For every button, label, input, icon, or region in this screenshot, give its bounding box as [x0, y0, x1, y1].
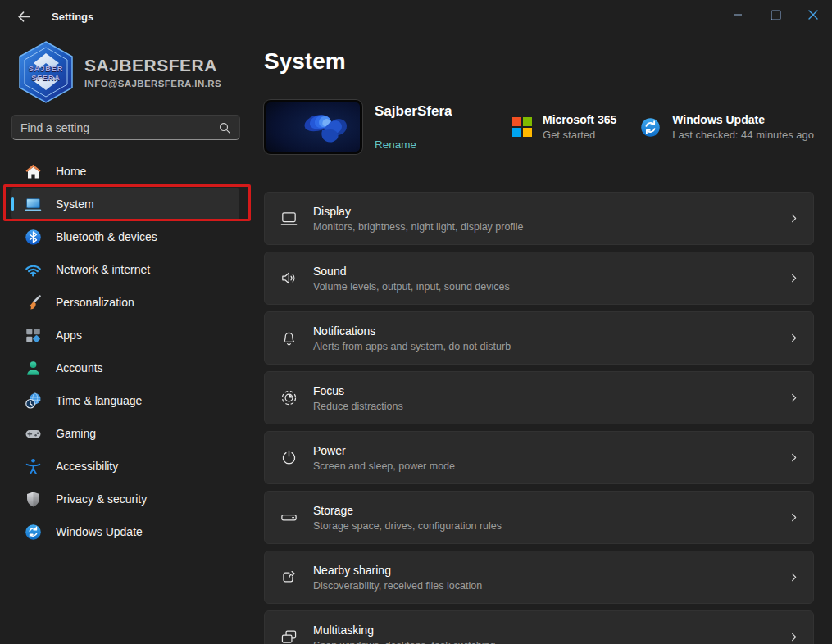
row-title: Notifications: [313, 324, 511, 338]
windows-update-badge-icon: [639, 116, 662, 138]
main-content: System: [251, 33, 832, 644]
settings-row-focus[interactable]: Focus Reduce distractions: [264, 371, 814, 424]
brand-header: SAJBER SFERA SAJBERSFERA INFO@SAJBERSFER…: [11, 38, 251, 107]
titlebar: Settings: [0, 0, 832, 33]
row-title: Display: [313, 205, 523, 218]
microsoft-logo-icon: [512, 117, 532, 137]
ms-square-yellow: [523, 128, 532, 137]
focus-icon: [280, 388, 298, 407]
ms-square-green: [523, 117, 532, 126]
sidebar-item-personalization[interactable]: Personalization: [11, 286, 239, 319]
device-wallpaper-thumbnail: [264, 100, 362, 154]
maximize-button[interactable]: [757, 0, 794, 29]
settings-row-nearby-sharing[interactable]: Nearby sharing Discoverability, received…: [264, 551, 814, 604]
sidebar-item-accounts[interactable]: Accounts: [11, 351, 239, 384]
sidebar-item-bluetooth-devices[interactable]: Bluetooth & devices: [11, 220, 239, 253]
time-language-icon: [23, 391, 43, 410]
sidebar-item-label: Home: [56, 165, 86, 178]
storage-icon: [280, 508, 298, 527]
row-subtitle: Storage space, drives, configuration rul…: [313, 520, 502, 532]
chevron-right-icon: [788, 272, 800, 284]
windows-update-text: Windows Update Last checked: 44 minutes …: [672, 113, 814, 141]
arrow-left-icon: [16, 9, 32, 25]
sidebar-nav: Home System: [11, 155, 251, 548]
sidebar-item-label: Gaming: [56, 427, 96, 440]
sidebar-item-label: Personalization: [56, 296, 134, 309]
home-icon: [23, 161, 43, 181]
row-title: Nearby sharing: [313, 564, 482, 577]
power-icon: [280, 448, 298, 467]
settings-row-multitasking[interactable]: Multitasking Snap windows, desktops, tas…: [264, 610, 814, 644]
accessibility-icon: [23, 456, 43, 476]
back-button[interactable]: [11, 4, 37, 29]
row-subtitle: Screen and sleep, power mode: [313, 460, 455, 472]
row-subtitle: Discoverability, received files location: [313, 580, 482, 592]
sidebar: SAJBER SFERA SAJBERSFERA INFO@SAJBERSFER…: [0, 33, 251, 644]
close-icon: [807, 9, 819, 20]
logo-text-top: SAJBER: [16, 65, 75, 73]
sidebar-item-time-language[interactable]: Time & language: [11, 384, 239, 417]
settings-row-notifications[interactable]: Notifications Alerts from apps and syste…: [264, 311, 814, 365]
bluetooth-icon: [23, 227, 43, 247]
row-title: Power: [313, 444, 455, 457]
settings-row-sound[interactable]: Sound Volume levels, output, input, soun…: [264, 252, 814, 305]
minimize-button[interactable]: [719, 0, 757, 29]
gaming-icon: [23, 424, 43, 443]
row-title: Multitasking: [313, 624, 495, 637]
row-title: Focus: [313, 384, 403, 397]
sidebar-item-windows-update[interactable]: Windows Update: [11, 515, 239, 548]
search-input[interactable]: [20, 121, 218, 134]
minimize-icon: [733, 10, 743, 20]
microsoft-365-card[interactable]: Microsoft 365 Get started: [512, 113, 616, 141]
sidebar-item-home[interactable]: Home: [11, 155, 239, 188]
sidebar-item-system[interactable]: System: [11, 188, 239, 220]
row-title: Sound: [313, 265, 510, 278]
maximize-icon: [771, 10, 781, 20]
accounts-icon: [23, 358, 43, 378]
quick-card-subtitle: Last checked: 44 minutes ago: [672, 129, 814, 141]
row-subtitle: Monitors, brightness, night light, displ…: [313, 221, 523, 233]
sidebar-item-label: System: [56, 197, 94, 211]
sidebar-item-label: Accessibility: [56, 460, 118, 473]
row-text: Power Screen and sleep, power mode: [313, 444, 455, 472]
windows-update-card[interactable]: Windows Update Last checked: 44 minutes …: [639, 113, 814, 141]
quick-card-subtitle: Get started: [543, 129, 616, 141]
ms-square-red: [512, 117, 521, 126]
sidebar-item-gaming[interactable]: Gaming: [11, 417, 239, 450]
nearby-sharing-icon: [280, 568, 298, 587]
sidebar-item-apps[interactable]: Apps: [11, 319, 239, 351]
sidebar-item-privacy-security[interactable]: Privacy & security: [11, 483, 239, 515]
sajbersfera-logo: SAJBER SFERA: [11, 38, 80, 107]
close-button[interactable]: [794, 0, 832, 29]
search-box[interactable]: [11, 115, 240, 140]
row-text: Notifications Alerts from apps and syste…: [313, 324, 511, 352]
ms-square-blue: [512, 128, 521, 137]
selected-indicator-pill: [11, 197, 14, 211]
row-subtitle: Snap windows, desktops, task switching: [313, 640, 495, 644]
settings-list: Display Monitors, brightness, night ligh…: [264, 192, 814, 644]
chevron-right-icon: [788, 451, 800, 464]
chevron-right-icon: [788, 631, 800, 643]
windows-update-icon: [23, 522, 43, 542]
sidebar-item-accessibility[interactable]: Accessibility: [11, 450, 239, 483]
search-icon[interactable]: [218, 121, 231, 134]
logo-text-bottom: SFERA: [16, 74, 75, 82]
settings-row-display[interactable]: Display Monitors, brightness, night ligh…: [264, 192, 814, 245]
chevron-right-icon: [788, 571, 800, 583]
settings-row-power[interactable]: Power Screen and sleep, power mode: [264, 431, 814, 484]
privacy-security-icon: [23, 489, 43, 509]
brand-email: INFO@SAJBERSFERA.IN.RS: [84, 79, 221, 88]
device-info: SajberSfera Rename: [375, 102, 452, 152]
page-title: System: [264, 48, 814, 75]
row-subtitle: Alerts from apps and system, do not dist…: [313, 341, 511, 352]
row-subtitle: Reduce distractions: [313, 401, 403, 412]
microsoft-365-text: Microsoft 365 Get started: [543, 113, 616, 141]
rename-link[interactable]: Rename: [375, 138, 452, 151]
sidebar-item-network-internet[interactable]: Network & internet: [11, 253, 239, 286]
sidebar-item-label: Windows Update: [56, 525, 143, 538]
sidebar-item-label: Accounts: [56, 361, 103, 374]
settings-row-storage[interactable]: Storage Storage space, drives, configura…: [264, 491, 814, 544]
device-name: SajberSfera: [375, 103, 452, 120]
quick-cards: Microsoft 365 Get started: [512, 113, 814, 141]
app-body: SAJBER SFERA SAJBERSFERA INFO@SAJBERSFER…: [0, 33, 832, 644]
